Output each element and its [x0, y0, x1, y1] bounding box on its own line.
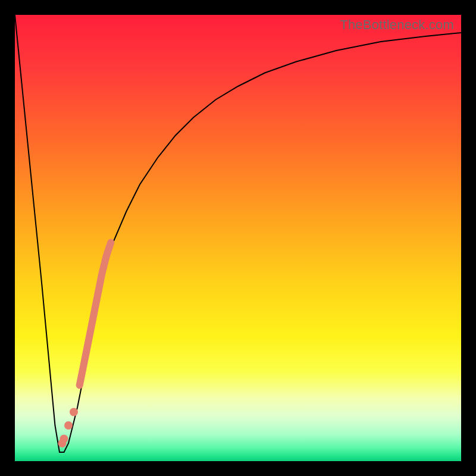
- highlight-dot: [70, 408, 78, 416]
- chart-svg: [15, 15, 461, 461]
- highlight-dot: [58, 439, 67, 447]
- plot-area: TheBottleneck.com: [15, 15, 461, 461]
- highlight-dots-group: [58, 408, 79, 448]
- chart-frame: TheBottleneck.com: [0, 0, 476, 476]
- highlight-band-path: [80, 243, 111, 386]
- highlight-dot: [64, 421, 73, 430]
